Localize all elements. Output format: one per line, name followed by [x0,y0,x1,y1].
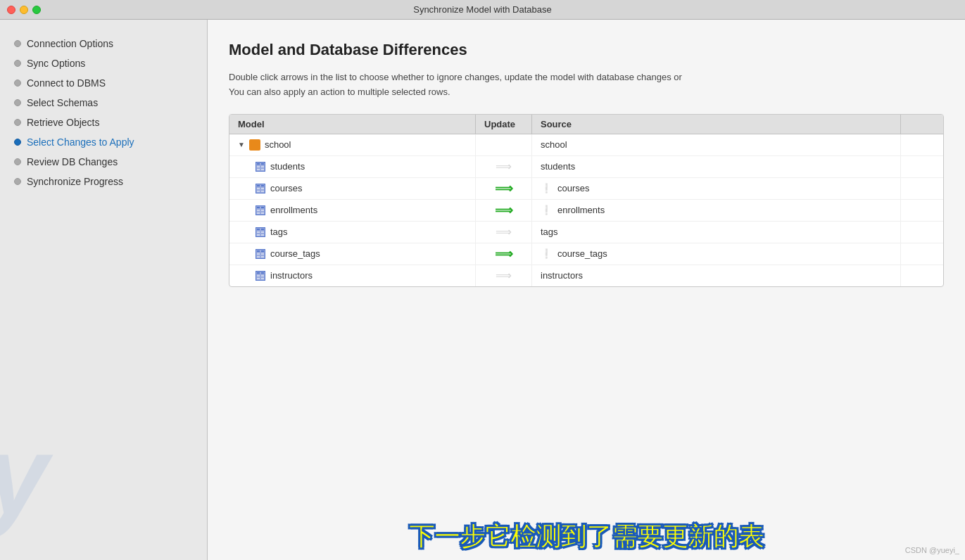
sidebar-item-select-changes[interactable]: Select Changes to Apply [0,132,207,152]
table-row[interactable]: tags ⟹ tags [229,222,943,243]
arrow-green-enrollments[interactable]: ⟹ [495,203,513,218]
description-line1: Double click arrows in the list to choos… [229,72,682,82]
diff-table-header: Model Update Source [229,115,943,134]
table-icon [255,161,266,172]
update-cell-course-tags[interactable]: ⟹ [476,243,532,265]
sidebar-item-retrieve-objects[interactable]: Retrieve Objects [0,113,207,132]
sidebar-dot-connect-to-dbms [14,79,21,87]
sidebar-item-review-db-changes[interactable]: Review DB Changes [0,152,207,172]
model-cell-instructors: instructors [229,265,476,286]
table-row[interactable]: course_tags ⟹ ❕ course_tags [229,243,943,265]
source-cell-instructors: instructors [532,265,901,286]
model-name-course-tags: course_tags [270,248,320,259]
update-cell-instructors[interactable]: ⟹ [476,265,532,286]
page-heading: Model and Database Differences [229,41,944,59]
col-header-extra [901,115,943,134]
sidebar-item-select-schemas[interactable]: Select Schemas [0,93,207,113]
sidebar-label-connection-options: Connection Options [27,38,113,49]
source-name-instructors: instructors [541,270,583,281]
source-name-school: school [541,139,567,150]
source-cell-course-tags: ❕ course_tags [532,243,901,265]
sidebar-dot-connection-options [14,40,21,47]
sidebar-dot-retrieve-objects [14,119,21,126]
maximize-button[interactable] [32,6,41,14]
arrow-disabled-instructors[interactable]: ⟹ [496,269,512,282]
chinese-subtitle: 下一步它检测到了需要更新的表 [395,514,778,560]
traffic-lights [7,6,41,14]
source-cell-students: students [532,156,901,177]
source-cell-tags: tags [532,222,901,243]
table-row[interactable]: enrollments ⟹ ❕ enrollments [229,200,943,222]
sidebar-item-connection-options[interactable]: Connection Options [0,34,207,53]
source-name-course-tags: course_tags [557,248,607,259]
source-cell-school: school [532,134,901,155]
table-icon [255,205,266,216]
diff-table-body: ▼ school school [229,134,943,286]
extra-cell-tags [901,222,943,243]
warning-icon-courses: ❕ [541,183,552,193]
table-row[interactable]: courses ⟹ ❕ courses [229,178,943,200]
model-name-courses: courses [270,183,303,193]
update-cell-tags[interactable]: ⟹ [476,222,532,243]
extra-cell-instructors [901,265,943,286]
table-icon [255,248,266,260]
sidebar-label-review-db-changes: Review DB Changes [27,156,118,167]
table-icon [255,227,266,238]
sidebar-dot-select-changes [14,139,21,146]
arrow-disabled-students[interactable]: ⟹ [496,160,512,173]
arrow-green-courses[interactable]: ⟹ [495,181,513,196]
description: Double click arrows in the list to choos… [229,70,944,100]
sidebar-item-connect-to-dbms[interactable]: Connect to DBMS [0,73,207,93]
update-cell-courses[interactable]: ⟹ [476,178,532,199]
model-name-instructors: instructors [270,270,313,281]
arrow-green-course-tags[interactable]: ⟹ [495,246,513,262]
table-row[interactable]: ▼ school school [229,134,943,156]
spacer [229,287,944,507]
source-name-courses: courses [557,183,590,193]
db-icon [249,139,260,151]
warning-icon-course-tags: ❕ [541,248,552,259]
model-cell-courses: courses [229,178,476,199]
update-cell-students[interactable]: ⟹ [476,156,532,177]
col-header-update: Update [476,115,532,134]
model-name-enrollments: enrollments [270,205,317,215]
source-cell-enrollments: ❕ enrollments [532,200,901,221]
extra-cell-course-tags [901,243,943,265]
content-inner: Model and Database Differences Double cl… [208,20,965,560]
window-title: Synchronize Model with Database [413,4,552,15]
source-cell-courses: ❕ courses [532,178,901,199]
main-layout: y Connection Options Sync Options Connec… [0,20,965,560]
source-name-students: students [541,161,575,172]
sidebar-label-select-schemas: Select Schemas [27,97,98,108]
table-row[interactable]: instructors ⟹ instructors [229,265,943,286]
sidebar-item-synchronize-progress[interactable]: Synchronize Progress [0,172,207,191]
close-button[interactable] [7,6,15,14]
sidebar-dot-review-db-changes [14,158,21,165]
extra-cell-students [901,156,943,177]
update-cell-enrollments[interactable]: ⟹ [476,200,532,221]
update-cell-school [476,134,532,155]
extra-cell-school [901,134,943,155]
title-bar: Synchronize Model with Database [0,0,965,20]
expand-icon: ▼ [238,141,245,148]
model-cell-enrollments: enrollments [229,200,476,221]
arrow-disabled-tags[interactable]: ⟹ [496,225,512,238]
sidebar-label-sync-options: Sync Options [27,58,85,69]
subtitle-area: 下一步它检测到了需要更新的表 [229,507,944,560]
source-name-enrollments: enrollments [557,205,605,215]
table-row[interactable]: students ⟹ students [229,156,943,178]
model-name-students: students [270,161,305,172]
diff-table: Model Update Source ▼ school [229,114,944,287]
sidebar-label-select-changes: Select Changes to Apply [27,136,134,148]
warning-icon-enrollments: ❕ [541,205,552,215]
table-icon [255,270,266,281]
sidebar: y Connection Options Sync Options Connec… [0,20,208,560]
model-name-tags: tags [270,227,288,237]
sidebar-item-sync-options[interactable]: Sync Options [0,53,207,73]
source-name-tags: tags [541,227,558,237]
model-cell-course-tags: course_tags [229,243,476,265]
model-cell-tags: tags [229,222,476,243]
col-header-source: Source [532,115,901,134]
minimize-button[interactable] [20,6,28,14]
sidebar-label-retrieve-objects: Retrieve Objects [27,117,99,128]
